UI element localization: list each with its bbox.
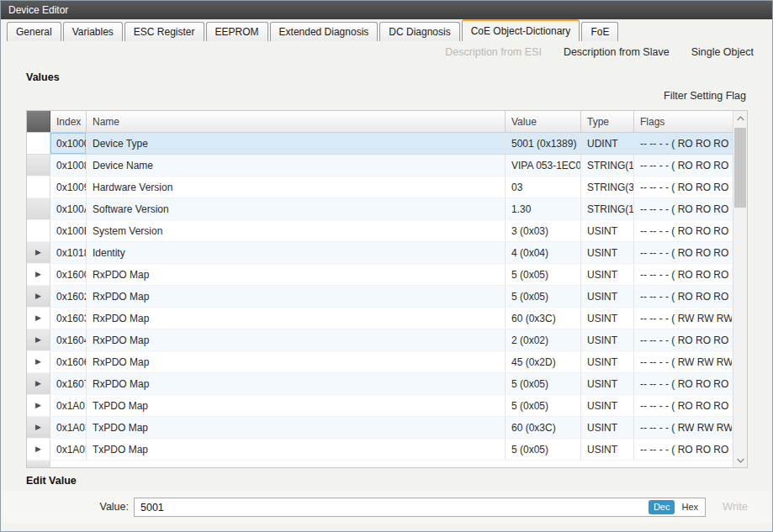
cell-value[interactable]: 5001 (0x1389) xyxy=(506,133,581,154)
column-header-value[interactable]: Value xyxy=(506,111,581,132)
cell-index[interactable]: 0x1600 xyxy=(50,264,87,285)
cell-type[interactable]: USINT xyxy=(581,264,634,285)
cell-index[interactable]: 0x1607 xyxy=(50,373,87,394)
cell-name[interactable]: TxPDO Map xyxy=(87,417,506,438)
cell-flags[interactable]: -- -- - - ( RO RO RO ) xyxy=(634,220,732,241)
row-expander[interactable]: ▶ xyxy=(27,417,50,438)
cell-index[interactable]: 0x1A03 xyxy=(50,417,87,438)
cell-index[interactable]: 0x100B xyxy=(50,220,87,241)
cell-value[interactable]: 03 xyxy=(506,176,581,198)
table-row[interactable]: 0x1008Device NameVIPA 053-1EC00STRING(17… xyxy=(27,155,747,176)
vertical-scrollbar[interactable] xyxy=(733,111,747,467)
scrollbar-down-button[interactable] xyxy=(733,453,747,467)
cell-name[interactable]: RxPDO Map xyxy=(87,351,506,372)
cell-value[interactable]: 5 (0x05) xyxy=(506,439,581,460)
cell-name[interactable]: Device Name xyxy=(87,155,506,176)
cell-flags[interactable]: -- -- - - ( RW RW RW ) xyxy=(634,351,732,372)
tab-coe-object-dictionary[interactable]: CoE Object-Dictionary xyxy=(462,19,580,41)
cell-flags[interactable]: -- -- - - ( RO RO RO ) xyxy=(634,286,732,307)
table-row[interactable]: ▶0x1600RxPDO Map5 (0x05)USINT-- -- - - (… xyxy=(27,264,747,286)
tab-foe[interactable]: FoE xyxy=(581,22,618,41)
table-row[interactable]: ▶0x1606RxPDO Map45 (0x2D)USINT-- -- - - … xyxy=(27,351,747,373)
cell-flags[interactable]: -- -- - - ( RO RO RO ) xyxy=(634,176,732,198)
cell-type[interactable]: USINT xyxy=(581,395,634,416)
cell-value[interactable]: 2 (0x02) xyxy=(506,329,581,350)
cell-flags[interactable]: -- -- - - ( RW RW RW ) xyxy=(634,308,732,329)
row-expander[interactable]: ▶ xyxy=(27,329,50,350)
cell-type[interactable]: UDINT xyxy=(581,133,634,154)
cell-value[interactable]: VIPA 053-1EC00 xyxy=(506,155,581,176)
cell-value[interactable]: 4 (0x04) xyxy=(506,242,581,263)
cell-flags[interactable]: -- -- - - ( RO RO RO ) xyxy=(634,373,732,394)
cell-value[interactable]: 5 (0x05) xyxy=(506,264,581,285)
cell-flags[interactable]: -- -- - - ( RO RO RO ) xyxy=(634,264,732,285)
tab-general[interactable]: General xyxy=(7,22,61,41)
cell-index[interactable]: 0x1009 xyxy=(50,176,87,198)
tab-extended-diagnosis[interactable]: Extended Diagnosis xyxy=(270,22,379,41)
cell-type[interactable]: USINT xyxy=(581,242,634,263)
single-object-button[interactable]: Single Object xyxy=(691,46,754,58)
cell-index[interactable]: 0x1008 xyxy=(50,155,87,176)
row-expander[interactable]: ▶ xyxy=(27,373,50,394)
cell-value[interactable]: 60 (0x3C) xyxy=(506,308,581,329)
cell-type[interactable]: STRING(12) xyxy=(581,198,634,219)
cell-index[interactable]: 0x100A xyxy=(50,198,87,219)
hex-toggle-button[interactable]: Hex xyxy=(677,500,702,514)
table-row[interactable]: ▶0x1A03TxPDO Map60 (0x3C)USINT-- -- - - … xyxy=(27,417,747,439)
cell-value[interactable]: 5 (0x05) xyxy=(506,395,581,416)
cell-type[interactable]: USINT xyxy=(581,351,634,372)
table-row[interactable]: 0x100BSystem Version3 (0x03)USINT-- -- -… xyxy=(27,220,747,242)
tab-eeprom[interactable]: EEPROM xyxy=(206,22,268,41)
cell-type[interactable]: USINT xyxy=(581,220,634,241)
cell-value[interactable]: 5 (0x05) xyxy=(506,373,581,394)
row-expander[interactable]: ▶ xyxy=(27,308,50,329)
cell-value[interactable]: 60 (0x3C) xyxy=(506,417,581,438)
cell-index[interactable]: 0x1A01 xyxy=(50,395,87,416)
cell-value[interactable]: 5 (0x05) xyxy=(506,286,581,307)
scrollbar-thumb[interactable] xyxy=(734,128,746,208)
row-expander[interactable]: ▶ xyxy=(27,351,50,372)
cell-index[interactable]: 0x1A05 xyxy=(50,439,87,460)
cell-index[interactable]: 0x1602 xyxy=(50,286,87,307)
table-row[interactable]: ▶0x1018Identity4 (0x04)USINT-- -- - - ( … xyxy=(27,242,747,264)
cell-name[interactable]: RxPDO Map xyxy=(87,264,506,285)
cell-index[interactable]: 0x1018 xyxy=(50,242,87,263)
cell-name[interactable]: RxPDO Map xyxy=(87,286,506,307)
scrollbar-up-button[interactable] xyxy=(733,111,747,125)
cell-type[interactable]: USINT xyxy=(581,439,634,460)
table-row[interactable]: ▶0x1A01TxPDO Map5 (0x05)USINT-- -- - - (… xyxy=(27,395,747,417)
cell-name[interactable]: RxPDO Map xyxy=(87,308,506,329)
cell-flags[interactable]: -- -- - - ( RO RO RO ) xyxy=(634,395,732,416)
cell-name[interactable]: RxPDO Map xyxy=(87,373,506,394)
table-row[interactable]: 0x100ASoftware Version1.30STRING(12)-- -… xyxy=(27,198,747,220)
column-header-index[interactable]: Index xyxy=(50,111,87,132)
table-row[interactable]: 0x1000Device Type5001 (0x1389)UDINT-- --… xyxy=(27,133,747,155)
cell-index[interactable]: 0x1604 xyxy=(50,329,87,350)
cell-name[interactable]: Identity xyxy=(87,242,506,263)
cell-index[interactable]: 0x1000 xyxy=(50,133,87,154)
cell-name[interactable]: TxPDO Map xyxy=(87,395,506,416)
cell-flags[interactable]: -- -- - - ( RO RO RO ) xyxy=(634,198,732,219)
row-expander[interactable]: ▶ xyxy=(27,439,50,460)
table-row-partial[interactable] xyxy=(27,461,747,468)
dec-toggle-button[interactable]: Dec xyxy=(649,500,675,514)
table-row[interactable]: ▶0x1603RxPDO Map60 (0x3C)USINT-- -- - - … xyxy=(27,308,747,329)
cell-name[interactable]: Device Type xyxy=(87,133,506,154)
cell-name[interactable]: Software Version xyxy=(87,198,506,219)
cell-flags[interactable]: -- -- - - ( RO RO RO ) xyxy=(634,242,732,263)
cell-flags[interactable]: -- -- - - ( RW RW RW ) xyxy=(634,417,732,438)
cell-type[interactable]: STRING(17) xyxy=(581,155,634,176)
cell-value[interactable]: 3 (0x03) xyxy=(506,220,581,241)
row-expander[interactable]: ▶ xyxy=(27,286,50,307)
cell-name[interactable]: TxPDO Map xyxy=(87,439,506,460)
cell-flags[interactable]: -- -- - - ( RO RO RO ) xyxy=(634,439,732,460)
cell-type[interactable]: USINT xyxy=(581,308,634,329)
tab-esc-register[interactable]: ESC Register xyxy=(124,22,204,41)
table-row[interactable]: 0x1009Hardware Version03STRING(3)-- -- -… xyxy=(27,176,747,198)
cell-type[interactable]: STRING(3) xyxy=(581,176,634,198)
row-expander[interactable]: ▶ xyxy=(27,395,50,416)
cell-type[interactable]: USINT xyxy=(581,286,634,307)
cell-index[interactable]: 0x1603 xyxy=(50,308,87,329)
cell-name[interactable]: RxPDO Map xyxy=(87,329,506,350)
row-expander[interactable]: ▶ xyxy=(27,242,50,263)
